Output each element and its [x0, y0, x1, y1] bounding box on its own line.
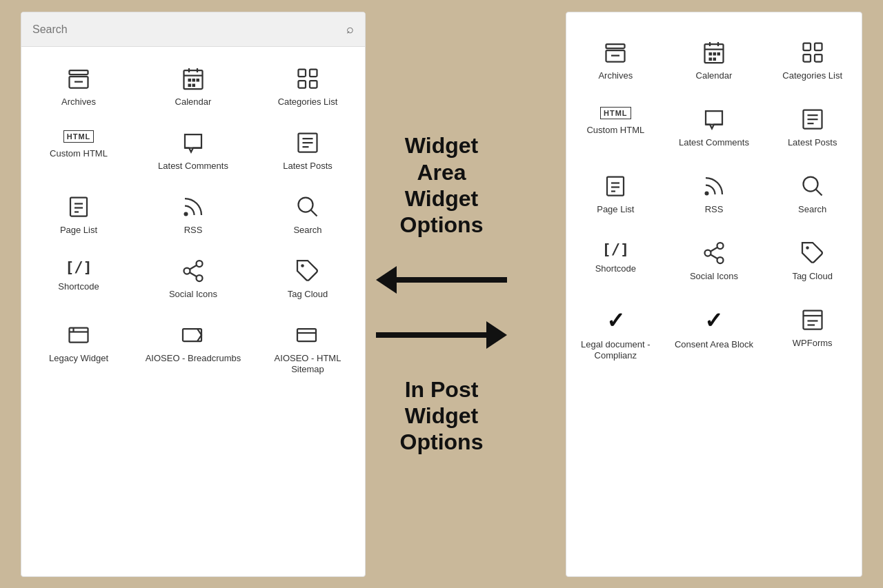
- arrow-head-left: [376, 266, 397, 294]
- html-icon: HTML: [63, 130, 95, 143]
- widget-item-latest_posts[interactable]: Latest Posts: [763, 93, 862, 160]
- widget-label: Social Icons: [169, 289, 217, 301]
- svg-point-29: [197, 275, 203, 281]
- widget-label: Latest Comments: [158, 161, 228, 172]
- arrow-line-right: [376, 332, 486, 338]
- svg-rect-11: [192, 84, 196, 88]
- widget-item-page_list[interactable]: Page List: [21, 182, 136, 246]
- search-icon: [295, 194, 320, 219]
- svg-rect-20: [70, 197, 87, 216]
- svg-rect-72: [803, 310, 822, 329]
- svg-point-25: [299, 197, 313, 212]
- widget-item-wpforms[interactable]: WPForms: [763, 294, 862, 374]
- share-icon: [702, 241, 726, 265]
- widget-item-latest_comments[interactable]: Latest Comments: [136, 118, 250, 182]
- svg-rect-7: [188, 79, 192, 82]
- widget-item-social_icons[interactable]: Social Icons: [665, 227, 764, 294]
- svg-point-27: [197, 261, 203, 267]
- categories-icon: [800, 40, 825, 65]
- svg-point-32: [301, 264, 304, 267]
- legacy-icon: [66, 323, 91, 347]
- svg-point-63: [704, 191, 708, 195]
- right-arrow: [376, 321, 507, 349]
- svg-rect-37: [297, 329, 316, 341]
- widget-item-shortcode[interactable]: [/]Shortcode: [566, 227, 665, 294]
- left-widget-grid: ArchivesCalendarCategories ListHTMLCusto…: [21, 47, 365, 392]
- tag-icon: [800, 241, 825, 265]
- widget-label: Calendar: [696, 70, 733, 82]
- svg-rect-0: [70, 70, 88, 74]
- widget-item-aioseo_sitemap[interactable]: AIOSEO - HTML Sitemap: [250, 310, 365, 386]
- widget-label: Tag Cloud: [792, 271, 833, 283]
- widget-label: Tag Cloud: [288, 289, 328, 301]
- widget-item-calendar[interactable]: Calendar: [665, 26, 764, 93]
- rss-icon: [702, 174, 726, 199]
- left-arrow: [376, 266, 507, 294]
- widget-item-legal[interactable]: ✓Legal document - Complianz: [566, 294, 665, 374]
- svg-line-70: [711, 247, 717, 251]
- svg-rect-50: [713, 58, 716, 61]
- widget-area-title: WidgetAreaWidgetOptions: [400, 132, 484, 239]
- widget-item-categories_list[interactable]: Categories List: [763, 26, 862, 93]
- html-icon: HTML: [600, 107, 631, 119]
- svg-rect-9: [197, 79, 200, 82]
- svg-point-68: [717, 257, 723, 263]
- widget-label: Legal document - Complianz: [573, 339, 658, 363]
- check-icon: ✓: [606, 307, 625, 334]
- categories-icon: [295, 66, 320, 91]
- svg-point-66: [717, 243, 723, 249]
- svg-line-30: [190, 272, 197, 276]
- widget-item-search[interactable]: Search: [763, 160, 862, 227]
- svg-point-28: [184, 267, 190, 274]
- widget-item-archives[interactable]: Archives: [566, 26, 665, 93]
- widget-item-latest_posts[interactable]: Latest Posts: [250, 118, 365, 182]
- svg-point-64: [803, 176, 817, 191]
- comment-icon: [702, 107, 726, 132]
- widget-item-social_icons[interactable]: Social Icons: [136, 246, 250, 310]
- svg-rect-14: [299, 81, 306, 88]
- rss-icon: [181, 194, 206, 219]
- svg-rect-52: [815, 43, 822, 51]
- search-icon: [800, 174, 825, 199]
- widget-item-archives[interactable]: Archives: [21, 54, 136, 118]
- widget-item-custom_html[interactable]: HTMLCustom HTML: [566, 93, 665, 160]
- widget-item-categories_list[interactable]: Categories List: [250, 54, 365, 118]
- widget-label: Latest Comments: [679, 137, 749, 149]
- search-bar[interactable]: ⌕: [21, 12, 365, 47]
- main-container: ⌕ ArchivesCalendarCategories ListHTMLCus…: [0, 0, 883, 588]
- widget-item-tag_cloud[interactable]: Tag Cloud: [763, 227, 862, 294]
- svg-rect-33: [70, 327, 88, 342]
- widget-label: Archives: [598, 70, 633, 82]
- widget-item-latest_comments[interactable]: Latest Comments: [665, 93, 764, 160]
- svg-rect-15: [310, 81, 317, 88]
- svg-rect-13: [310, 70, 317, 77]
- widget-item-aioseo_breadcrumbs[interactable]: AIOSEO - Breadcrumbs: [136, 310, 250, 386]
- widget-item-search[interactable]: Search: [250, 182, 365, 246]
- widget-label: Categories List: [278, 97, 338, 108]
- svg-rect-46: [708, 52, 712, 56]
- widget-item-shortcode[interactable]: [/]Shortcode: [21, 246, 136, 310]
- share-icon: [181, 258, 206, 283]
- widget-item-calendar[interactable]: Calendar: [136, 54, 250, 118]
- widget-label: Calendar: [175, 97, 212, 108]
- search-input[interactable]: [32, 23, 341, 36]
- svg-line-31: [190, 265, 197, 269]
- svg-line-69: [711, 254, 717, 258]
- widget-item-rss[interactable]: RSS: [136, 182, 250, 246]
- tag-icon: [295, 258, 320, 283]
- widget-item-rss[interactable]: RSS: [665, 160, 764, 227]
- widget-item-custom_html[interactable]: HTMLCustom HTML: [21, 118, 136, 182]
- widget-item-consent[interactable]: ✓Consent Area Block: [665, 294, 764, 374]
- svg-point-71: [806, 246, 809, 250]
- widget-label: Categories List: [782, 70, 842, 82]
- widget-label: AIOSEO - Breadcrumbs: [146, 353, 241, 365]
- widget-label: Latest Posts: [283, 161, 333, 172]
- svg-line-26: [311, 210, 317, 216]
- widget-item-tag_cloud[interactable]: Tag Cloud: [250, 246, 365, 310]
- widget-label: Custom HTML: [50, 148, 108, 160]
- widget-item-legacy_widget[interactable]: Legacy Widget: [21, 310, 136, 386]
- svg-rect-47: [713, 52, 716, 56]
- svg-rect-8: [192, 79, 196, 82]
- arrow-line-left: [397, 277, 507, 283]
- widget-item-page_list[interactable]: Page List: [566, 160, 665, 227]
